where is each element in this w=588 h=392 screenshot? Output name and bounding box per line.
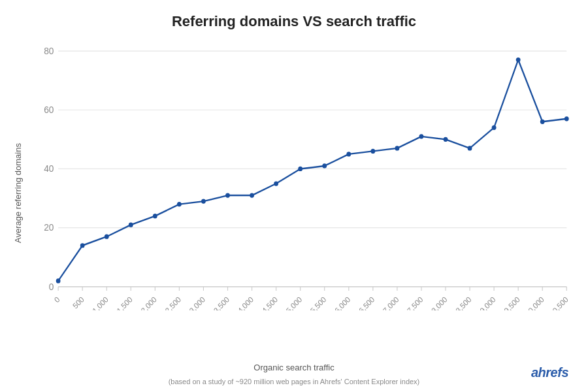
svg-point-22 <box>468 146 472 150</box>
svg-text:20: 20 <box>44 222 54 233</box>
svg-text:1,000: 1,000 <box>91 295 110 310</box>
svg-point-7 <box>105 235 109 239</box>
svg-text:4,500: 4,500 <box>260 295 279 310</box>
svg-point-20 <box>419 134 424 139</box>
svg-text:10,500: 10,500 <box>547 295 570 310</box>
svg-point-19 <box>395 146 399 150</box>
svg-point-6 <box>80 243 85 248</box>
chart-inner: 02040608005001,0001,5002,0002,5003,0003,… <box>25 43 581 343</box>
svg-point-16 <box>322 163 327 168</box>
svg-text:10,000: 10,000 <box>523 295 546 310</box>
x-axis-title: Organic search traffic <box>253 363 334 372</box>
svg-text:8,000: 8,000 <box>430 295 449 310</box>
svg-point-17 <box>346 152 351 156</box>
svg-point-26 <box>564 116 569 121</box>
svg-point-9 <box>153 214 157 218</box>
footnote: (based on a study of ~920 million web pa… <box>169 378 420 385</box>
svg-text:2,000: 2,000 <box>139 295 158 310</box>
svg-text:4,000: 4,000 <box>236 295 255 310</box>
chart-svg: 02040608005001,0001,5002,0002,5003,0003,… <box>25 43 581 310</box>
svg-point-8 <box>129 223 133 227</box>
svg-text:5,000: 5,000 <box>284 295 303 310</box>
svg-text:7,500: 7,500 <box>406 295 425 310</box>
svg-text:5,500: 5,500 <box>308 295 327 310</box>
chart-area: Average referring domains 02040608005001… <box>7 43 581 343</box>
svg-point-10 <box>177 202 182 206</box>
svg-point-25 <box>540 120 545 124</box>
svg-text:9,000: 9,000 <box>478 295 497 310</box>
svg-text:9,500: 9,500 <box>502 295 521 310</box>
svg-point-13 <box>250 193 254 197</box>
svg-text:0: 0 <box>52 295 61 304</box>
svg-point-24 <box>516 57 521 62</box>
svg-text:2,500: 2,500 <box>163 295 182 310</box>
svg-text:0: 0 <box>49 281 54 291</box>
svg-point-15 <box>298 167 302 171</box>
svg-text:40: 40 <box>44 163 54 174</box>
ahrefs-brand: ahrefs <box>531 365 568 380</box>
svg-text:8,500: 8,500 <box>454 295 473 310</box>
svg-point-11 <box>201 199 206 203</box>
chart-container: Referring domains VS search traffic Aver… <box>0 0 588 392</box>
svg-text:3,500: 3,500 <box>212 295 231 310</box>
svg-text:6,500: 6,500 <box>357 295 376 310</box>
svg-text:3,000: 3,000 <box>188 295 206 310</box>
svg-text:7,000: 7,000 <box>381 295 400 310</box>
svg-point-21 <box>444 137 448 142</box>
chart-title: Referring domains VS search traffic <box>172 13 416 30</box>
y-axis-label: Average referring domains <box>7 43 25 343</box>
svg-point-5 <box>56 278 61 283</box>
svg-text:60: 60 <box>44 105 54 115</box>
svg-text:6,000: 6,000 <box>333 295 351 310</box>
svg-text:500: 500 <box>71 295 86 310</box>
svg-point-18 <box>370 149 375 154</box>
svg-text:1,500: 1,500 <box>115 295 134 310</box>
svg-text:80: 80 <box>44 45 54 56</box>
svg-point-12 <box>225 193 230 197</box>
svg-point-14 <box>274 181 278 186</box>
svg-point-23 <box>492 125 497 130</box>
chart-svg-area: 02040608005001,0001,5002,0002,5003,0003,… <box>25 43 581 310</box>
